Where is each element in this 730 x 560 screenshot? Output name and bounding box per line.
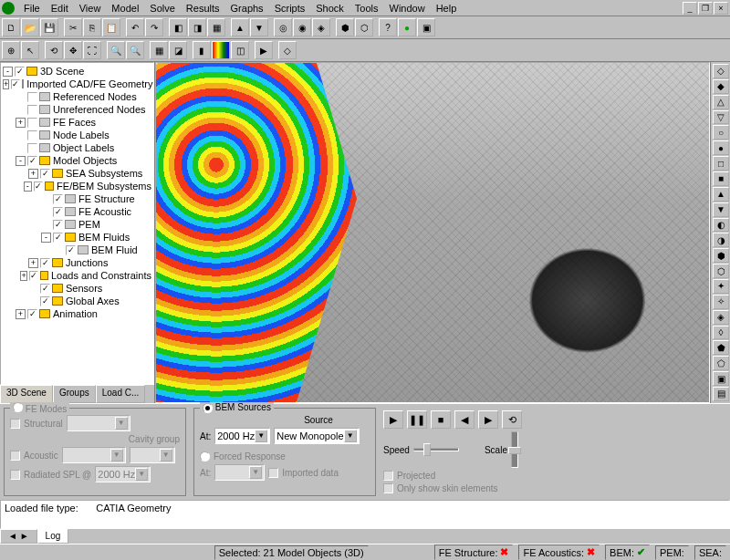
tool-icon[interactable]: ⬡	[355, 18, 373, 36]
tree-label[interactable]: FE/BEM Subsystems	[57, 181, 151, 192]
tool-icon[interactable]: ◊	[713, 326, 729, 340]
tree-item[interactable]: +✓Animation	[3, 307, 151, 320]
tree-item[interactable]: -✓Model Objects	[3, 154, 151, 167]
cut-icon[interactable]: ✂	[64, 18, 82, 36]
expand-icon[interactable]: +	[16, 118, 26, 128]
help-icon[interactable]: ?	[379, 18, 397, 36]
undo-icon[interactable]: ↶	[126, 18, 144, 36]
tool-icon[interactable]: ✦	[713, 279, 729, 294]
prev-button[interactable]: ◀	[454, 410, 474, 429]
checkbox[interactable]	[27, 118, 37, 128]
tree-item[interactable]: +✓Junctions	[3, 256, 151, 269]
tree-label[interactable]: FE Faces	[53, 117, 96, 128]
expand-icon[interactable]: +	[28, 169, 38, 179]
menu-graphs[interactable]: Graphs	[225, 1, 269, 16]
collapse-icon[interactable]: -	[24, 181, 32, 192]
checkbox[interactable]: ✓	[40, 169, 50, 179]
checkbox[interactable]: ✓	[53, 220, 63, 230]
tool-icon[interactable]: ▼	[250, 18, 268, 36]
tool-icon[interactable]: ◈	[713, 310, 729, 325]
log-tab-nav[interactable]: ◄ ►	[0, 529, 37, 544]
tree-item[interactable]: ✓BEM Fluid	[3, 244, 151, 256]
checkbox[interactable]: ✓	[40, 258, 50, 268]
orbit-icon[interactable]: ⊕	[2, 41, 20, 59]
tool-icon[interactable]: ◧	[169, 18, 187, 36]
expand-icon[interactable]: +	[16, 309, 26, 319]
menu-file[interactable]: File	[18, 1, 46, 16]
tool-icon[interactable]: ⬢	[336, 18, 354, 36]
tool-icon[interactable]: ◫	[231, 41, 249, 59]
tool-icon[interactable]: ◨	[188, 18, 206, 36]
checkbox[interactable]: ✓	[53, 194, 63, 204]
tool-icon[interactable]: □	[713, 156, 729, 171]
tree-item[interactable]: +✓Loads and Constraints	[3, 269, 151, 282]
tree-label[interactable]: BEM Fluid	[91, 244, 138, 255]
tree-label[interactable]: FE Structure	[78, 193, 135, 204]
tool-icon[interactable]: ◇	[713, 64, 729, 78]
play-button[interactable]: ▶	[383, 410, 403, 429]
menu-window[interactable]: Window	[384, 1, 431, 16]
tree-item[interactable]: +✓Imported CAD/FE Geometry	[3, 78, 151, 90]
tree-label[interactable]: Animation	[53, 308, 98, 319]
tool-icon[interactable]: ◈	[312, 18, 330, 36]
tree-item[interactable]: -✓BEM Fluids	[3, 231, 151, 244]
tool-icon[interactable]: ▣	[713, 371, 729, 386]
stop-button[interactable]: ■	[431, 410, 451, 429]
zoom-out-icon[interactable]: 🔍	[126, 41, 144, 59]
tree-label[interactable]: Imported CAD/FE Geometry	[26, 78, 152, 89]
tool-icon[interactable]: ◑	[713, 233, 729, 247]
freq-combo[interactable]: 2000 Hz▼	[214, 428, 270, 444]
copy-icon[interactable]: ⎘	[83, 18, 101, 36]
checkbox[interactable]: ✓	[11, 79, 20, 89]
tool-icon[interactable]: ○	[713, 125, 729, 140]
log-tab-log[interactable]: Log	[37, 529, 69, 544]
tab-load-cases[interactable]: Load C...	[96, 385, 146, 403]
checkbox[interactable]	[27, 92, 37, 102]
tool-icon[interactable]: ▦	[207, 18, 225, 36]
loop-button[interactable]: ⟲	[502, 410, 522, 429]
tree-label[interactable]: Object Labels	[53, 142, 114, 153]
checkbox[interactable]: ✓	[27, 309, 37, 319]
tree-item[interactable]: Referenced Nodes	[3, 90, 151, 103]
menu-model[interactable]: Model	[106, 1, 144, 16]
paste-icon[interactable]: 📋	[102, 18, 120, 36]
checkbox[interactable]: ✓	[40, 284, 50, 294]
tool-icon[interactable]: ▲	[713, 187, 729, 202]
tree-item[interactable]: Node Labels	[3, 129, 151, 141]
checkbox[interactable]: ✓	[34, 181, 43, 192]
tool-icon[interactable]: ◆	[713, 79, 729, 94]
tree-label[interactable]: BEM Fluids	[78, 232, 130, 243]
dropdown-icon[interactable]: ▼	[255, 430, 267, 442]
source-combo[interactable]: New Monopole▼	[274, 428, 359, 444]
scene-tree[interactable]: - ✓ 3D Scene +✓Imported CAD/FE GeometryR…	[0, 62, 154, 385]
pan-icon[interactable]: ✥	[64, 41, 82, 59]
tree-item[interactable]: Unreferenced Nodes	[3, 103, 151, 116]
zoom-in-icon[interactable]: 🔍	[107, 41, 125, 59]
menu-view[interactable]: View	[74, 1, 107, 16]
checkbox[interactable]	[27, 105, 37, 115]
tree-item[interactable]: -✓FE/BEM Subsystems	[3, 180, 151, 192]
tree-label[interactable]: Unreferenced Nodes	[53, 104, 146, 115]
tool-icon[interactable]: ⬢	[713, 248, 729, 263]
checkbox[interactable]: ✓	[29, 271, 38, 281]
tree-root[interactable]: - ✓ 3D Scene	[3, 65, 151, 78]
tree-label[interactable]: SEA Subsystems	[66, 168, 142, 179]
forced-response-radio[interactable]	[200, 451, 210, 461]
tree-label[interactable]: Junctions	[66, 257, 108, 268]
bem-sources-radio[interactable]	[203, 403, 213, 413]
tool-icon[interactable]: ▽	[713, 110, 729, 125]
checkbox[interactable]: ✓	[27, 156, 37, 166]
tool-icon[interactable]: ●	[713, 140, 729, 155]
tree-item[interactable]: ✓FE Structure	[3, 192, 151, 205]
checkbox[interactable]: ✓	[53, 233, 63, 243]
next-button[interactable]: ▶	[478, 410, 498, 429]
tree-item[interactable]: ✓PEM	[3, 218, 151, 231]
expand-icon[interactable]: +	[3, 79, 9, 89]
tool-icon[interactable]: ◎	[274, 18, 292, 36]
tool-icon[interactable]: △	[713, 95, 729, 109]
restore-button[interactable]: ❐	[698, 2, 713, 15]
checkbox[interactable]	[27, 143, 37, 153]
menu-scripts[interactable]: Scripts	[269, 1, 311, 16]
save-icon[interactable]: 💾	[40, 18, 58, 36]
menu-tools[interactable]: Tools	[349, 1, 384, 16]
